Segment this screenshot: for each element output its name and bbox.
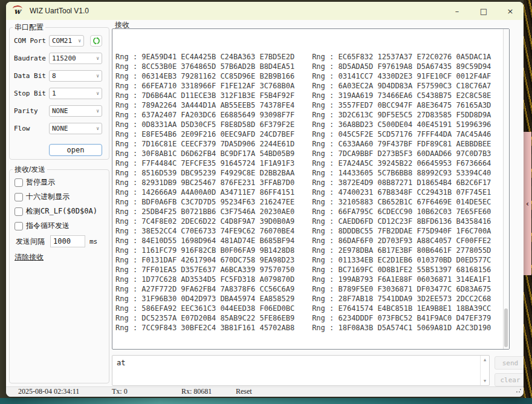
- serial-config-title: 串口配置: [13, 22, 45, 33]
- baudrate-row: Baudrate 115200 ∨: [14, 53, 109, 64]
- rng-entry-left: Rng : 66FEA710 3318966F F1FE12AF 3C768B0…: [115, 82, 294, 90]
- scroll-down-icon[interactable]: ▼: [484, 379, 486, 383]
- client-area: 串口配置 COM Port COM21 ∨: [6, 20, 524, 387]
- rng-line: Rng : 82931DB9 9BC25467 876FE231 3FFAB7D…: [115, 178, 509, 187]
- side-panel-collapse-handle[interactable]: ‹: [524, 132, 531, 275]
- statusbar: 2025-08-04 02:34:11 Tx: 0 Rx: 80681 Rese…: [6, 386, 524, 397]
- rng-entry-right: Rng : 8D5ADA5D F97619A8 D5A67435 89C59D9…: [312, 62, 491, 71]
- rng-entry-right: Rng : 199AB793 F6A1E88F 06036871 314EA1F…: [312, 275, 491, 284]
- rng-entry-right: Rng : 6234DDDF 073FBC52 B41F9AC0 D47EF37…: [312, 314, 491, 322]
- rng-entry-right: Rng : 66FA795C 6CDECC90 10B62C03 7E65FE6…: [312, 207, 491, 216]
- flow-value: NONE: [52, 125, 68, 132]
- com-port-value: COM21: [52, 37, 72, 45]
- scrollbar-thumb[interactable]: [504, 308, 508, 347]
- window-controls: – □ ×: [444, 2, 524, 20]
- chevron-down-icon: ∨: [96, 108, 99, 114]
- rng-entry-left: Rng : 25DB4F25 B0721BB6 C3F7546A 20230AE…: [115, 207, 294, 216]
- rng-line: Rng : 0D8331AA D5D30CF5 F8E8D58D 6F379F2…: [115, 120, 509, 129]
- rng-entry-left: Rng : 142666A9 A4A00A0D A34711E7 86FF415…: [115, 188, 294, 197]
- chevron-down-icon: ∨: [78, 38, 81, 44]
- resize-grip[interactable]: [516, 387, 522, 393]
- close-button[interactable]: ×: [497, 2, 524, 20]
- rng-line: Rng : 7FF01EA5 D357E637 A6BCA339 9757075…: [115, 265, 509, 275]
- open-port-button[interactable]: open: [49, 144, 102, 156]
- databit-value: 8: [52, 72, 56, 80]
- loop-send-checkbox-row[interactable]: 指令循环发送: [15, 221, 109, 231]
- baudrate-select[interactable]: 115200 ∨: [49, 53, 102, 64]
- rng-line: Rng : F0131DAF 42617904 670DC758 9EA98D2…: [115, 255, 509, 265]
- send-interval-input[interactable]: [50, 235, 85, 247]
- interval-unit-label: ms: [89, 238, 97, 246]
- chevron-down-icon: ∨: [96, 91, 99, 96]
- rng-entry-left: Rng : E8FE54B6 2E09F216 0EEC9AFD 24CD7BE…: [115, 130, 294, 138]
- rng-entry-right: Rng : E7A24A5C 39245B22 06645953 F673666…: [312, 159, 491, 168]
- stopbit-value: 1: [52, 90, 56, 97]
- clear-receive-link[interactable]: 清除接收: [15, 252, 44, 262]
- maximize-button[interactable]: □: [470, 2, 497, 20]
- rng-entry-right: Rng : CAEDD6FD CD12C23F 8BFD6136 B435841…: [312, 217, 491, 226]
- chevron-down-icon: ∨: [96, 73, 99, 79]
- parity-select[interactable]: NONE ∨: [49, 105, 102, 117]
- rng-entry-left: Rng : 82931DB9 9BC25467 876FE231 3FFAB7D…: [115, 178, 294, 187]
- parity-row: Parity NONE ∨: [14, 105, 109, 116]
- send-button[interactable]: send: [495, 356, 524, 370]
- minimize-button[interactable]: –: [444, 2, 470, 20]
- refresh-ports-button[interactable]: [90, 35, 102, 47]
- databit-label: Data Bit: [14, 72, 49, 80]
- com-port-row: COM Port COM21 ∨: [14, 35, 109, 46]
- stopbit-select[interactable]: 1 ∨: [49, 88, 102, 99]
- rng-line: Rng : BDF0A6FB C3C7D7D5 95234F63 216247E…: [115, 197, 509, 207]
- flow-select[interactable]: NONE ∨: [49, 123, 102, 134]
- rng-line: Rng : 142666A9 A4A00A0D A34711E7 86FF415…: [115, 187, 509, 197]
- rng-entry-left: Rng : A27F772D 9FA62FB4 7A8378F6 CC56C6A…: [115, 285, 294, 293]
- com-port-select[interactable]: COM21 ∨: [49, 35, 84, 47]
- rng-line: Rng : 9EA59D41 EC4A425B C24BA363 E7BD5E2…: [115, 52, 509, 62]
- titlebar[interactable]: w WIZ UartTool V1.0 – □ ×: [6, 2, 524, 20]
- flow-label: Flow: [14, 125, 49, 132]
- send-interval-row: 发送间隔 ms: [16, 235, 109, 247]
- rng-entry-right: Rng : 47400231 67B8348F CC29431B 07F745E…: [312, 188, 491, 197]
- rng-line: Rng : E8FE54B6 2E09F216 0EEC9AFD 24CD7BE…: [115, 129, 509, 139]
- serial-config-group: 串口配置 COM Port COM21 ∨: [9, 27, 109, 160]
- receive-scrollbar[interactable]: [503, 29, 509, 349]
- pause-display-checkbox-row[interactable]: 暂停显示: [15, 177, 109, 187]
- baudrate-label: Baudrate: [14, 54, 49, 62]
- send-scrollbar[interactable]: ▲ ▼: [480, 356, 489, 385]
- checkbox-icon[interactable]: [15, 207, 23, 216]
- rng-entry-right: Rng : 28F7AB18 7541DDA9 3D2EE573 2DCC2C6…: [312, 295, 491, 303]
- rng-line: Rng : DC52357A E07D20B4 85AB9C22 5FE86EB…: [115, 313, 509, 323]
- rng-entry-right: Rng : BC7169FC 0D8B1FE2 55B51397 6816815…: [312, 266, 491, 274]
- rng-line: Rng : 1161FC79 916F82CB B0F06FA9 9B1428D…: [115, 246, 509, 255]
- status-reset[interactable]: Reset: [236, 387, 252, 396]
- send-input-box[interactable]: at ▲ ▼: [112, 355, 490, 386]
- send-interval-label: 发送间隔: [16, 236, 45, 247]
- rng-entry-left: Rng : 31F96B30 0D42D973 DBA45974 EA85852…: [115, 295, 294, 303]
- rng-entry-left: Rng : 8516D539 DBC95239 F4929C8E D2BB2BA…: [115, 169, 294, 177]
- rng-line: Rng : 30F8AB1C D6D62FB4 BC9DF17A 54BD05B…: [115, 149, 509, 158]
- rng-entry-left: Rng : F7F4484C 7EFCFE35 91645724 1F1A91F…: [115, 159, 294, 168]
- rng-line: Rng : 8CC53B0E 3764865D 57B6AD2B B8D4EA5…: [115, 62, 509, 71]
- scroll-up-icon[interactable]: ▲: [484, 357, 486, 362]
- chevron-down-icon: ∨: [96, 56, 99, 61]
- rng-line: Rng : 789A2264 3A444D1A AB55EEB5 74378FE…: [115, 100, 509, 110]
- checkbox-icon[interactable]: [15, 178, 23, 187]
- rng-line: Rng : 586EFA92 EEC361C3 044EED38 F06ED0B…: [115, 304, 509, 313]
- rng-line: Rng : A27F772D 9FA62FB4 7A8378F6 CC56C6A…: [115, 284, 509, 294]
- hex-display-checkbox-row[interactable]: 十六进制显示: [15, 192, 109, 202]
- rng-entry-right: Rng : E7641574 E4BC851B 1EA9B8E1 18BA39C…: [312, 304, 491, 313]
- stopbit-row: Stop Bit 1 ∨: [14, 88, 109, 99]
- clear-button[interactable]: clear: [495, 373, 524, 386]
- rxtx-group-title: 接收/发送: [13, 165, 47, 175]
- checkbox-icon[interactable]: [15, 222, 23, 230]
- rng-entry-right: Rng : 36A8BD23 C500DE04 40E45191 5199639…: [312, 120, 491, 129]
- rng-line: Rng : 06314EB3 79281162 CC85D96E B2B9B16…: [115, 71, 509, 81]
- checkbox-icon[interactable]: [15, 193, 23, 201]
- rng-entry-left: Rng : 1161FC79 916F82CB B0F06FA9 9B1428D…: [115, 246, 294, 255]
- rng-entry-right: Rng : 8DDDBC55 7FB2DDAE F75D940F 1F6C700…: [312, 227, 491, 235]
- receive-log-box[interactable]: Rng : 9EA59D41 EC4A425B C24BA363 E7BD5E2…: [112, 28, 510, 350]
- rng-entry-left: Rng : 7FF01EA5 D357E637 A6BCA339 9757075…: [115, 266, 294, 274]
- rng-line: Rng : 1D77C628 AD3534D5 FC5FD318 A079870…: [115, 275, 509, 284]
- rng-entry-left: Rng : 38E52CC4 C70E6733 74FE9C62 76070BE…: [115, 227, 294, 235]
- detect-crlf-checkbox-row[interactable]: 检测CR_LF($0D$0A): [15, 206, 109, 217]
- databit-select[interactable]: 8 ∨: [49, 70, 102, 82]
